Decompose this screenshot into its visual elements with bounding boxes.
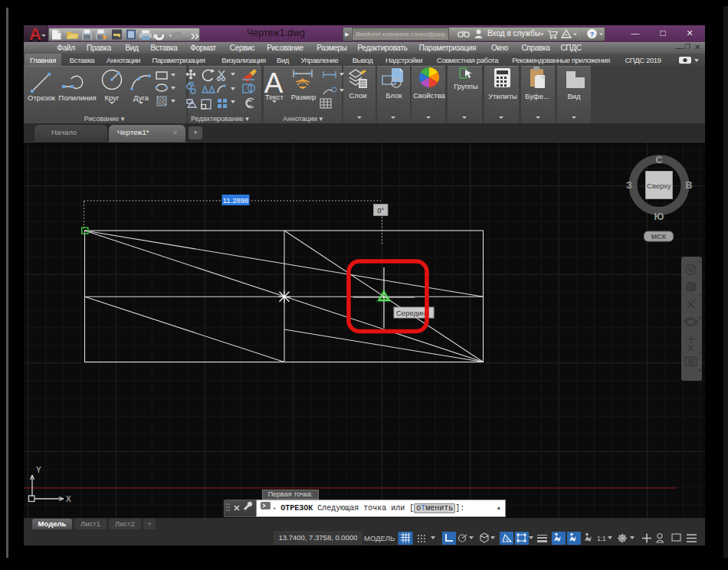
svg-text:Y: Y bbox=[36, 466, 41, 474]
svg-text:11.2898: 11.2898 bbox=[223, 196, 249, 205]
svg-text:?: ? bbox=[590, 31, 595, 38]
svg-text:З: З bbox=[626, 180, 632, 191]
svg-text:Середин: Середин bbox=[396, 309, 426, 317]
svg-text:МСК: МСК bbox=[651, 233, 667, 241]
svg-text:X: X bbox=[66, 495, 71, 503]
svg-text:0°: 0° bbox=[377, 206, 384, 215]
svg-text:В: В bbox=[685, 180, 692, 191]
svg-text:Сверху: Сверху bbox=[647, 182, 671, 190]
svg-text:С: С bbox=[655, 155, 662, 165]
svg-text:Ю: Ю bbox=[654, 211, 664, 222]
svg-text:1:1: 1:1 bbox=[597, 535, 606, 542]
svg-text:A: A bbox=[264, 67, 284, 99]
